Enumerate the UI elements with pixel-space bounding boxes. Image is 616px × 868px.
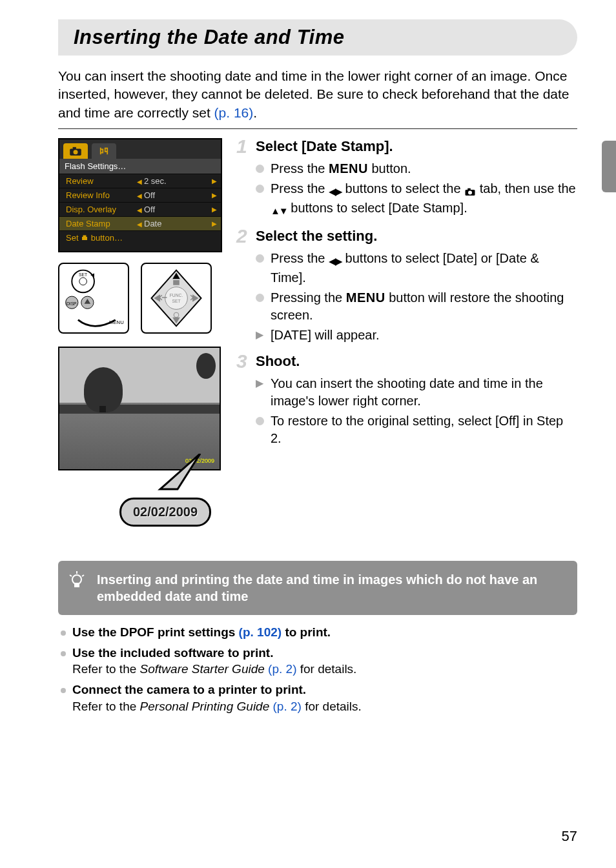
bottom-item: Use the DPOF print settings (p. 102) to … bbox=[58, 624, 577, 641]
lightbulb-icon bbox=[67, 570, 87, 589]
intro-text: You can insert the shooting date and tim… bbox=[58, 68, 570, 120]
bottom-body: Connect the camera to a printer to print… bbox=[72, 681, 577, 714]
menu-value: ◀Off bbox=[137, 190, 155, 200]
bottom-bold: Connect the camera to a printer to print… bbox=[72, 683, 306, 696]
tip-box: Inserting and printing the date and time… bbox=[58, 561, 577, 615]
step-body: Shoot.▶You can insert the shooting date … bbox=[256, 353, 577, 450]
step: 3Shoot.▶You can insert the shooting date… bbox=[236, 353, 577, 450]
menu-row: Review◀2 sec.▶ bbox=[59, 174, 221, 188]
bullet-line: Pressing the MENU button will restore th… bbox=[256, 289, 577, 324]
side-tab bbox=[602, 141, 616, 192]
svg-point-25 bbox=[468, 191, 472, 195]
menu-label: Disp. Overlay bbox=[66, 205, 137, 214]
bullet-text: Press the buttons to select [Date] or [D… bbox=[271, 250, 577, 287]
result-arrow-icon: ▶ bbox=[256, 376, 264, 390]
left-column: Flash Settings… Review◀2 sec.▶Review Inf… bbox=[58, 138, 222, 539]
bottom-bold: Use the included software to print. bbox=[72, 646, 273, 660]
bottom-item: Use the included software to print.Refer… bbox=[58, 645, 577, 678]
menu-tabs bbox=[59, 139, 221, 159]
svg-rect-4 bbox=[83, 236, 87, 237]
bullet-icon bbox=[61, 631, 66, 636]
svg-rect-3 bbox=[82, 237, 87, 240]
svg-rect-20 bbox=[173, 280, 180, 285]
bullet-line: Press the MENU button. bbox=[256, 160, 577, 177]
bullet-icon bbox=[256, 294, 264, 302]
up-down-icon bbox=[271, 201, 287, 219]
camera-back-diagram: SET DISP. MENU bbox=[58, 263, 129, 334]
intro-end: . bbox=[253, 105, 257, 120]
svg-point-7 bbox=[79, 278, 87, 285]
page-number: 57 bbox=[562, 828, 577, 845]
bottom-body: Use the DPOF print settings (p. 102) to … bbox=[72, 624, 577, 641]
divider bbox=[58, 128, 577, 129]
section-title-bar: Inserting the Date and Time bbox=[58, 19, 577, 56]
page-ref[interactable]: (p. 102) bbox=[239, 625, 282, 639]
page-ref[interactable]: (p. 2) bbox=[269, 700, 302, 713]
svg-point-26 bbox=[72, 575, 81, 584]
bullet-line: Press the buttons to select [Date] or [D… bbox=[256, 250, 577, 287]
bullet-text: [DATE] will appear. bbox=[271, 327, 577, 344]
content-columns: Flash Settings… Review◀2 sec.▶Review Inf… bbox=[58, 138, 577, 539]
bottom-bold: Use the DPOF print settings (p. 102) to … bbox=[72, 625, 331, 639]
menu-row: Review Info◀Off▶ bbox=[59, 188, 221, 202]
menu-label: Review bbox=[66, 176, 137, 186]
menu-row-set-button: Set button… bbox=[59, 230, 221, 245]
bullet-text: Press the buttons to select the tab, the… bbox=[271, 180, 577, 219]
step-title: Select [Date Stamp]. bbox=[256, 138, 577, 155]
menu-word: MENU bbox=[346, 290, 385, 305]
bullet-icon bbox=[61, 688, 66, 693]
step: 2Select the setting.Press the buttons to… bbox=[236, 228, 577, 347]
right-column: 1Select [Date Stamp].Press the MENU butt… bbox=[236, 138, 577, 539]
dpad-diagram: FUNC. SET bbox=[141, 263, 212, 334]
left-right-icon bbox=[329, 182, 342, 199]
menu-value: ◀2 sec. bbox=[137, 176, 167, 186]
print-icon bbox=[81, 234, 88, 242]
bullet-icon bbox=[256, 254, 264, 263]
step-title: Shoot. bbox=[256, 353, 577, 370]
bullet-line: To restore to the original setting, sele… bbox=[256, 412, 577, 447]
chevron-right-icon: ▶ bbox=[212, 206, 217, 213]
menu-label-set-button: Set button… bbox=[66, 233, 137, 243]
callout-pointer bbox=[129, 454, 207, 499]
bullet-icon bbox=[256, 417, 264, 425]
bullet-icon bbox=[256, 165, 264, 173]
callout: 02/02/2009 bbox=[58, 468, 222, 539]
bullet-line: ▶[DATE] will appear. bbox=[256, 327, 577, 344]
bottom-plain: Refer to the Personal Printing Guide (p.… bbox=[72, 700, 362, 713]
menu-section-flash: Flash Settings… bbox=[59, 159, 221, 174]
bottom-list: Use the DPOF print settings (p. 102) to … bbox=[58, 624, 577, 714]
svg-marker-22 bbox=[160, 454, 200, 489]
bottom-item: Connect the camera to a printer to print… bbox=[58, 681, 577, 714]
button-diagrams: SET DISP. MENU FUNC. SET bbox=[58, 263, 222, 334]
svg-text:FUNC.: FUNC. bbox=[170, 293, 183, 298]
tools-tab-icon bbox=[92, 143, 116, 159]
menu-word: MENU bbox=[329, 161, 368, 176]
left-right-icon bbox=[329, 252, 342, 269]
chevron-right-icon: ▶ bbox=[212, 177, 217, 185]
menu-label: Date Stamp bbox=[66, 219, 137, 228]
chevron-right-icon: ▶ bbox=[212, 192, 217, 199]
tip-title: Inserting and printing the date and time… bbox=[97, 571, 566, 605]
svg-line-30 bbox=[82, 575, 84, 576]
svg-text:SET: SET bbox=[79, 272, 87, 277]
camera-tab-icon bbox=[63, 143, 88, 159]
bottom-body: Use the included software to print.Refer… bbox=[72, 645, 577, 678]
step-number: 3 bbox=[236, 352, 256, 450]
bullet-text: To restore to the original setting, sele… bbox=[271, 412, 577, 447]
sample-photo: 02/02/2009 bbox=[58, 347, 221, 470]
bullet-line: Press the buttons to select the tab, the… bbox=[256, 180, 577, 219]
bullet-text: Pressing the MENU button will restore th… bbox=[271, 289, 577, 324]
menu-value: ◀Off bbox=[137, 205, 155, 214]
date-callout-badge: 02/02/2009 bbox=[119, 498, 211, 527]
intro-page-ref[interactable]: (p. 16) bbox=[214, 105, 254, 120]
chevron-right-icon: ▶ bbox=[212, 220, 217, 227]
page-ref[interactable]: (p. 2) bbox=[265, 662, 297, 676]
camera-menu-screenshot: Flash Settings… Review◀2 sec.▶Review Inf… bbox=[58, 138, 222, 252]
svg-point-2 bbox=[74, 150, 78, 154]
svg-text:SET: SET bbox=[172, 299, 180, 303]
bullet-text: Press the MENU button. bbox=[271, 160, 577, 177]
svg-rect-24 bbox=[467, 188, 471, 190]
step-number: 1 bbox=[236, 137, 256, 221]
svg-rect-1 bbox=[73, 147, 76, 150]
bullet-icon bbox=[256, 185, 264, 193]
